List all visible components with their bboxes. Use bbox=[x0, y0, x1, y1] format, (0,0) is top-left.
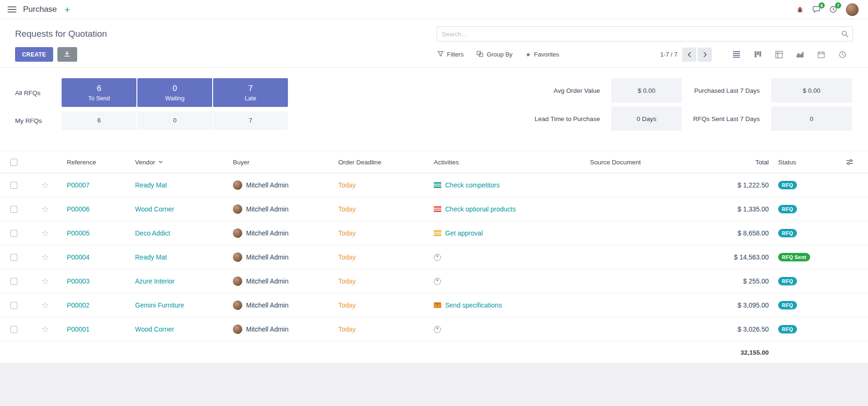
view-graph-icon bbox=[796, 51, 804, 58]
my-late-count[interactable]: 7 bbox=[213, 111, 288, 130]
row-checkbox[interactable] bbox=[10, 182, 17, 189]
card-to-send[interactable]: 6 To Send bbox=[62, 78, 136, 107]
row-checkbox[interactable] bbox=[10, 278, 17, 285]
header-total[interactable]: Total bbox=[723, 151, 774, 173]
select-all-checkbox[interactable] bbox=[10, 159, 17, 166]
pager-next-button[interactable] bbox=[698, 48, 712, 62]
view-activity-button[interactable] bbox=[832, 47, 853, 62]
pager-next-icon bbox=[703, 52, 707, 57]
pager-previous-button[interactable] bbox=[682, 48, 696, 62]
favorite-star-icon[interactable]: ☆ bbox=[41, 205, 49, 213]
source-document-cell bbox=[586, 269, 723, 293]
optional-columns-toggle[interactable] bbox=[831, 151, 868, 173]
vendor-link[interactable]: Deco Addict bbox=[135, 229, 170, 237]
header-vendor[interactable]: Vendor bbox=[131, 151, 229, 173]
vendor-link[interactable]: Azure Interior bbox=[135, 277, 175, 285]
order-deadline: Today bbox=[338, 253, 356, 261]
table-row[interactable]: ☆ P00001 Wood Corner Mitchell Admin Toda… bbox=[0, 317, 868, 341]
card-late[interactable]: 7 Late bbox=[213, 78, 288, 107]
favorite-star-icon[interactable]: ☆ bbox=[41, 301, 49, 309]
table-row[interactable]: ☆ P00005 Deco Addict Mitchell Admin Toda… bbox=[0, 221, 868, 245]
search-input[interactable] bbox=[437, 26, 853, 41]
header-status[interactable]: Status bbox=[774, 151, 831, 173]
activity-envelope-icon[interactable] bbox=[434, 302, 441, 308]
activity-link[interactable]: Check optional products bbox=[445, 205, 516, 213]
vendor-link[interactable]: Gemini Furniture bbox=[135, 301, 184, 309]
reference-link[interactable]: P00002 bbox=[67, 301, 89, 309]
activity-report-icon[interactable] bbox=[434, 182, 441, 188]
reference-link[interactable]: P00001 bbox=[67, 325, 89, 333]
view-activity-icon bbox=[839, 51, 846, 58]
header-reference[interactable]: Reference bbox=[63, 151, 131, 173]
view-calendar-button[interactable] bbox=[811, 47, 832, 62]
reference-link[interactable]: P00007 bbox=[67, 181, 89, 189]
table-row[interactable]: ☆ P00006 Wood Corner Mitchell Admin Toda… bbox=[0, 197, 868, 221]
row-checkbox[interactable] bbox=[10, 254, 17, 261]
table-row[interactable]: ☆ P00004 Ready Mat Mitchell Admin Today … bbox=[0, 245, 868, 269]
row-checkbox[interactable] bbox=[10, 302, 17, 309]
reference-link[interactable]: P00005 bbox=[67, 229, 89, 237]
messages-icon[interactable]: 5 bbox=[812, 6, 820, 13]
buyer-name: Mitchell Admin bbox=[246, 253, 288, 261]
header-buyer[interactable]: Buyer bbox=[229, 151, 334, 173]
rfq-list: Reference Vendor Buyer Order Deadline Ac… bbox=[0, 151, 868, 363]
activity-clock-icon[interactable] bbox=[434, 254, 441, 261]
buyer-name: Mitchell Admin bbox=[246, 325, 288, 333]
vendor-link[interactable]: Wood Corner bbox=[135, 325, 174, 333]
row-checkbox[interactable] bbox=[10, 230, 17, 237]
avg-order-value-label: Avg Order Value bbox=[534, 78, 600, 103]
late-label: Late bbox=[245, 95, 256, 102]
activities-icon[interactable]: 7 bbox=[829, 6, 837, 13]
reference-link[interactable]: P00003 bbox=[67, 277, 89, 285]
activity-report-icon[interactable] bbox=[434, 230, 441, 236]
activity-link[interactable]: Get approval bbox=[445, 229, 483, 237]
filters-menu-button[interactable]: Filters bbox=[438, 51, 463, 58]
row-total: $ 3,095.00 bbox=[723, 293, 774, 317]
favorite-star-icon[interactable]: ☆ bbox=[41, 181, 49, 189]
my-rfqs-label: My RFQs bbox=[15, 111, 61, 131]
user-avatar[interactable] bbox=[846, 3, 859, 16]
activity-link[interactable]: Check competitors bbox=[445, 181, 500, 189]
reference-link[interactable]: P00004 bbox=[67, 253, 89, 261]
view-kanban-button[interactable] bbox=[747, 47, 768, 62]
activity-link[interactable]: Send specifications bbox=[445, 301, 502, 309]
pager-range: 1-7 / 7 bbox=[660, 51, 677, 58]
row-checkbox[interactable] bbox=[10, 206, 17, 213]
reference-link[interactable]: P00006 bbox=[67, 205, 89, 213]
group-by-menu-button[interactable]: Group By bbox=[477, 51, 512, 58]
row-total: $ 1,222.50 bbox=[723, 173, 774, 197]
filter-icon bbox=[438, 51, 444, 58]
view-graph-button[interactable] bbox=[789, 47, 811, 62]
favorite-star-icon[interactable]: ☆ bbox=[41, 253, 49, 261]
my-to-send-count[interactable]: 6 bbox=[62, 111, 136, 130]
bug-icon[interactable] bbox=[796, 6, 804, 13]
view-list-button[interactable] bbox=[726, 47, 747, 62]
table-row[interactable]: ☆ P00003 Azure Interior Mitchell Admin T… bbox=[0, 269, 868, 293]
vendor-link[interactable]: Ready Mat bbox=[135, 181, 167, 189]
view-pivot-button[interactable] bbox=[768, 47, 789, 62]
activity-report-icon[interactable] bbox=[434, 206, 441, 212]
new-tab-icon[interactable]: + bbox=[64, 5, 71, 15]
favorites-menu-button[interactable]: ★ Favorites bbox=[526, 51, 559, 58]
header-activities[interactable]: Activities bbox=[430, 151, 586, 173]
table-row[interactable]: ☆ P00002 Gemini Furniture Mitchell Admin… bbox=[0, 293, 868, 317]
favorite-star-icon[interactable]: ☆ bbox=[41, 277, 49, 285]
table-row[interactable]: ☆ P00007 Ready Mat Mitchell Admin Today … bbox=[0, 173, 868, 197]
apps-menu-icon[interactable] bbox=[8, 6, 16, 13]
activity-clock-icon[interactable] bbox=[434, 326, 441, 333]
lead-time-value: 0 Days bbox=[611, 106, 682, 131]
header-order-deadline[interactable]: Order Deadline bbox=[334, 151, 430, 173]
create-button[interactable]: CREATE bbox=[15, 47, 53, 62]
row-checkbox[interactable] bbox=[10, 326, 17, 333]
header-source-document[interactable]: Source Document bbox=[586, 151, 723, 173]
favorite-star-icon[interactable]: ☆ bbox=[41, 325, 49, 333]
export-button[interactable] bbox=[57, 47, 77, 62]
my-waiting-count[interactable]: 0 bbox=[137, 111, 212, 130]
buyer-name: Mitchell Admin bbox=[246, 181, 288, 189]
card-waiting[interactable]: 0 Waiting bbox=[137, 78, 212, 107]
favorite-star-icon[interactable]: ☆ bbox=[41, 229, 49, 237]
vendor-link[interactable]: Ready Mat bbox=[135, 253, 167, 261]
vendor-link[interactable]: Wood Corner bbox=[135, 205, 174, 213]
app-name-menu[interactable]: Purchase bbox=[23, 5, 57, 14]
activity-clock-icon[interactable] bbox=[434, 278, 441, 285]
